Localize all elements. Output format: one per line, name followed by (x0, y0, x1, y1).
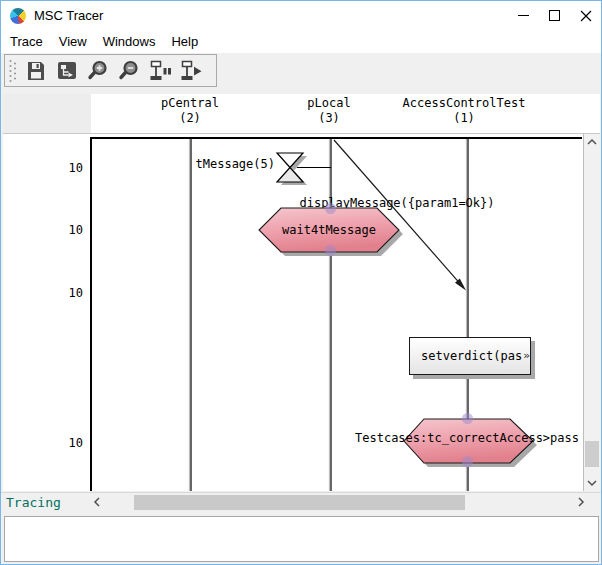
scroll-left-icon (93, 496, 101, 508)
title-bar: MSC Tracer (1, 1, 601, 30)
menu-trace[interactable]: Trace (1, 30, 51, 53)
trace-play-button[interactable] (175, 57, 206, 85)
trace-play-icon (178, 59, 204, 83)
scroll-right-icon (577, 496, 585, 508)
zoom-in-button[interactable] (82, 57, 113, 85)
toolbar (4, 54, 217, 87)
export-button[interactable] (51, 57, 82, 85)
lifeline-anchor-dot (325, 203, 336, 214)
lifeline-anchor-dot (462, 456, 473, 467)
action-label: setverdict(pas (421, 348, 522, 364)
msc-tracer-window: MSC Tracer Trace View Windows Help (0, 0, 602, 565)
row-label: 10 (53, 222, 83, 238)
zoom-out-button[interactable] (113, 57, 144, 85)
instance-count: (1) (374, 111, 554, 126)
close-icon (580, 10, 592, 22)
condition-result-label: Testcases:tc_correctAccess>pass (349, 430, 585, 446)
window-title: MSC Tracer (34, 8, 103, 23)
save-icon (24, 59, 48, 83)
action-setverdict[interactable]: setverdict(pas» (409, 337, 531, 375)
maximize-icon (549, 10, 560, 21)
scroll-down-icon (586, 479, 598, 487)
vertical-scrollbar-thumb[interactable] (585, 441, 599, 467)
row-label: 10 (53, 435, 83, 451)
status-text: Tracing (6, 495, 61, 511)
horizontal-scrollbar-thumb[interactable] (134, 495, 465, 510)
minimize-icon (518, 10, 529, 21)
close-button[interactable] (570, 1, 601, 30)
zoom-in-icon (86, 59, 110, 83)
menu-view[interactable]: View (51, 30, 95, 53)
lifeline-anchor-dot (462, 413, 473, 424)
log-panel (4, 516, 599, 562)
scroll-up-button[interactable] (584, 134, 600, 150)
scroll-right-button[interactable] (573, 494, 589, 510)
header-corner (3, 94, 91, 133)
menu-windows[interactable]: Windows (95, 30, 164, 53)
save-button[interactable] (20, 57, 51, 85)
trace-pause-button[interactable] (144, 57, 175, 85)
row-label: 10 (53, 285, 83, 301)
timer-label: tMessage(5) (191, 156, 275, 172)
app-icon (10, 8, 26, 24)
menu-bar: Trace View Windows Help (1, 30, 601, 53)
scroll-up-icon (586, 138, 598, 146)
vertical-scrollbar[interactable] (584, 134, 600, 491)
maximize-button[interactable] (539, 1, 570, 30)
instance-header-AccessControlTest[interactable]: AccessControlTest (1) (374, 96, 554, 126)
minimize-button[interactable] (508, 1, 539, 30)
export-icon (55, 59, 79, 83)
zoom-out-icon (117, 59, 141, 83)
row-label: 10 (53, 160, 83, 176)
scroll-down-button[interactable] (584, 475, 600, 491)
text-overflow-icon: » (523, 348, 530, 364)
instance-name: AccessControlTest (374, 96, 554, 111)
trace-pause-icon (147, 59, 173, 83)
menu-help[interactable]: Help (163, 30, 206, 53)
scroll-left-button[interactable] (89, 494, 105, 510)
toolbar-drag-handle[interactable] (7, 57, 19, 85)
lifeline-anchor-dot (325, 245, 336, 256)
status-divider (1, 492, 602, 493)
